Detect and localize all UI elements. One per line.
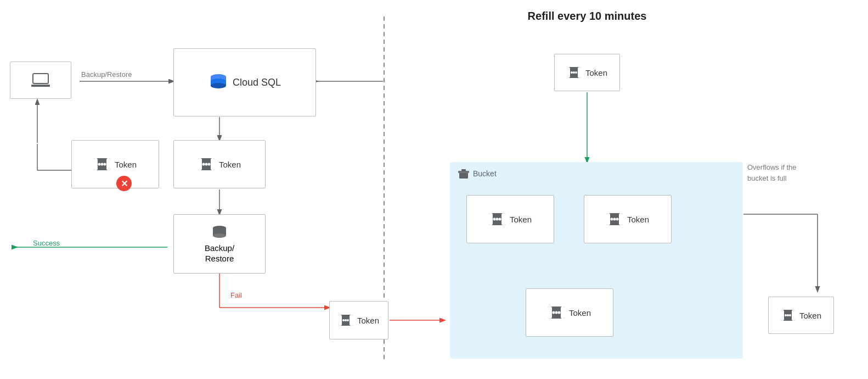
svg-point-27 <box>103 163 106 166</box>
token-box-bucket-bc: Token <box>526 288 613 337</box>
bucket-area: Bucket Token <box>450 162 743 359</box>
svg-point-40 <box>342 319 345 321</box>
token-icon-fail <box>339 315 353 326</box>
svg-rect-72 <box>792 310 795 321</box>
token-label-btr: Token <box>627 215 649 224</box>
token-icon-bbc <box>548 306 565 319</box>
svg-point-36 <box>213 233 226 238</box>
token-icon-btl <box>489 213 505 225</box>
svg-point-31 <box>202 163 205 166</box>
svg-point-75 <box>789 314 791 316</box>
svg-point-61 <box>552 311 555 314</box>
svg-rect-38 <box>339 315 342 326</box>
svg-rect-48 <box>501 213 505 225</box>
page-title: Refill every 10 minutes <box>477 10 697 23</box>
svg-point-73 <box>785 314 787 316</box>
svg-point-56 <box>613 218 616 221</box>
token-box-left: Token <box>71 140 159 188</box>
token-label-bbc: Token <box>569 308 591 317</box>
token-box-overflow: Token <box>768 297 834 334</box>
token-label-fail: Token <box>357 316 379 325</box>
svg-point-41 <box>345 319 347 321</box>
svg-rect-54 <box>619 213 623 225</box>
fail-label: Fail <box>230 291 242 299</box>
token-box-bucket-tl: Token <box>466 195 554 243</box>
laptop-icon <box>31 73 50 88</box>
overflows-label: Overflows if the bucket is full <box>747 162 813 183</box>
svg-point-51 <box>498 218 501 221</box>
diagram-container: Refill every 10 minutes <box>0 0 868 379</box>
bucket-label-row: Bucket <box>458 168 497 180</box>
token-icon-tr <box>567 67 581 78</box>
backup-restore-label: Backup/Restore <box>81 70 132 79</box>
svg-rect-53 <box>606 213 610 225</box>
svg-point-25 <box>98 163 100 166</box>
token-box-mid: Token <box>173 140 266 188</box>
token-label-overflow: Token <box>799 311 821 320</box>
svg-point-42 <box>347 319 349 321</box>
token-label-mid: Token <box>219 160 241 169</box>
token-icon-overflow <box>781 310 795 321</box>
svg-point-57 <box>616 218 618 221</box>
svg-point-21 <box>211 83 226 88</box>
bucket-text: Bucket <box>473 169 497 178</box>
svg-rect-15 <box>33 74 48 83</box>
svg-rect-45 <box>461 169 466 171</box>
svg-point-32 <box>205 163 207 166</box>
svg-rect-66 <box>578 67 581 78</box>
backup-restore-box: Backup/Restore <box>173 214 266 274</box>
backup-icon <box>212 224 227 239</box>
cloud-sql-label: Cloud SQL <box>233 77 281 88</box>
svg-rect-16 <box>31 85 50 87</box>
token-label-tr: Token <box>585 68 607 77</box>
svg-rect-59 <box>548 306 552 319</box>
svg-point-69 <box>575 71 577 74</box>
cloud-sql-box: Cloud SQL <box>173 48 316 116</box>
svg-rect-39 <box>350 315 353 326</box>
cloud-sql-icon <box>208 73 228 92</box>
error-badge: ✕ <box>116 176 132 191</box>
svg-point-68 <box>573 71 575 74</box>
backup-restore-label-box: Backup/Restore <box>205 243 234 264</box>
svg-rect-24 <box>106 158 110 170</box>
svg-rect-47 <box>489 213 493 225</box>
svg-rect-71 <box>781 310 784 321</box>
svg-rect-23 <box>94 158 98 170</box>
svg-point-63 <box>557 311 560 314</box>
token-icon-left <box>94 158 110 170</box>
token-label-btl: Token <box>510 215 532 224</box>
svg-rect-30 <box>211 158 215 170</box>
svg-point-26 <box>100 163 103 166</box>
success-label: Success <box>33 239 60 247</box>
token-box-fail: Token <box>329 301 388 339</box>
svg-point-67 <box>571 71 573 74</box>
svg-rect-29 <box>198 158 202 170</box>
token-label-left: Token <box>115 160 137 169</box>
svg-point-49 <box>493 218 495 221</box>
laptop-box <box>10 62 71 99</box>
svg-rect-60 <box>561 306 565 319</box>
svg-rect-65 <box>567 67 570 78</box>
svg-point-50 <box>495 218 498 221</box>
token-icon-mid <box>198 158 215 170</box>
token-icon-btr <box>606 213 623 225</box>
svg-point-62 <box>555 311 557 314</box>
bucket-icon <box>458 168 470 180</box>
svg-point-74 <box>787 314 789 316</box>
svg-point-55 <box>610 218 613 221</box>
token-box-bucket-tr: Token <box>584 195 672 243</box>
svg-point-33 <box>207 163 210 166</box>
token-box-top-right: Token <box>554 54 620 91</box>
